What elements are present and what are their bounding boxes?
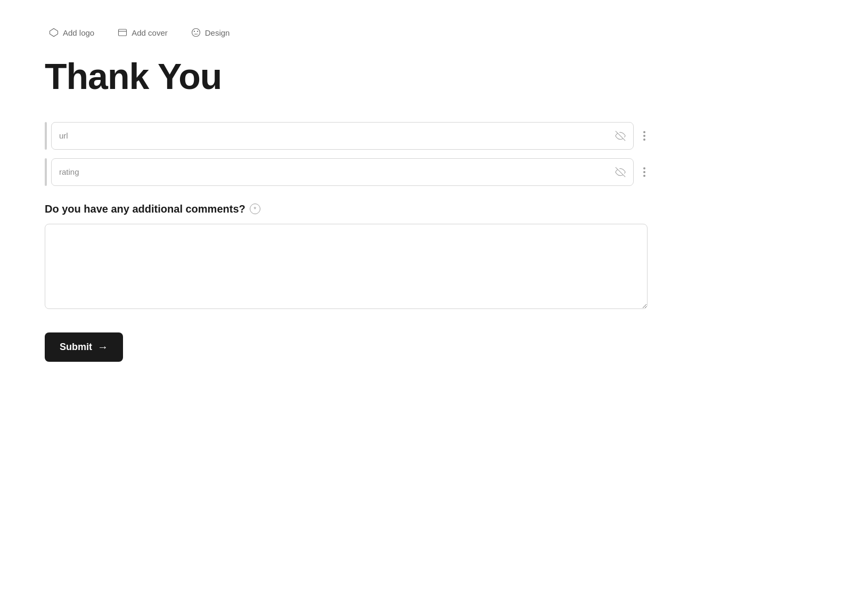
logo-icon (49, 28, 59, 37)
submit-label: Submit (60, 342, 92, 353)
rating-input[interactable] (59, 167, 615, 176)
url-hide-icon[interactable] (615, 131, 626, 141)
rating-field-icons (615, 167, 626, 177)
design-label: Design (205, 28, 230, 37)
design-icon (191, 28, 201, 37)
form-section: Do you have any additional comments? * S… (45, 122, 648, 362)
question-section: Do you have any additional comments? * (45, 203, 648, 311)
page-container: Add logo Add cover Design Thank You (0, 0, 692, 387)
comments-textarea[interactable] (45, 224, 648, 309)
rating-hide-icon[interactable] (615, 167, 626, 177)
add-logo-label: Add logo (63, 28, 94, 37)
add-cover-button[interactable]: Add cover (113, 26, 172, 39)
svg-point-8 (197, 34, 198, 35)
svg-point-4 (194, 31, 195, 32)
svg-point-3 (192, 29, 200, 37)
rating-field-row (45, 158, 648, 186)
add-cover-label: Add cover (132, 28, 168, 37)
url-field-border (45, 122, 47, 150)
svg-rect-1 (119, 29, 127, 36)
url-input[interactable] (59, 131, 615, 140)
submit-arrow: → (97, 341, 108, 353)
design-button[interactable]: Design (187, 26, 234, 39)
submit-button[interactable]: Submit → (45, 332, 123, 362)
toolbar: Add logo Add cover Design (45, 26, 648, 39)
svg-point-6 (195, 34, 196, 35)
url-field-menu[interactable] (641, 129, 648, 143)
url-field-icons (615, 131, 626, 141)
page-title: Thank You (45, 56, 648, 96)
rating-input-wrapper (51, 158, 634, 186)
svg-point-5 (197, 31, 198, 32)
svg-point-7 (194, 34, 195, 35)
rating-field-menu[interactable] (641, 165, 648, 179)
required-badge: * (250, 204, 260, 214)
question-label: Do you have any additional comments? * (45, 203, 648, 215)
url-input-wrapper (51, 122, 634, 150)
cover-icon (118, 28, 127, 37)
svg-marker-0 (50, 29, 58, 37)
question-text: Do you have any additional comments? (45, 203, 245, 215)
add-logo-button[interactable]: Add logo (45, 26, 99, 39)
url-field-row (45, 122, 648, 150)
rating-field-border (45, 158, 47, 186)
